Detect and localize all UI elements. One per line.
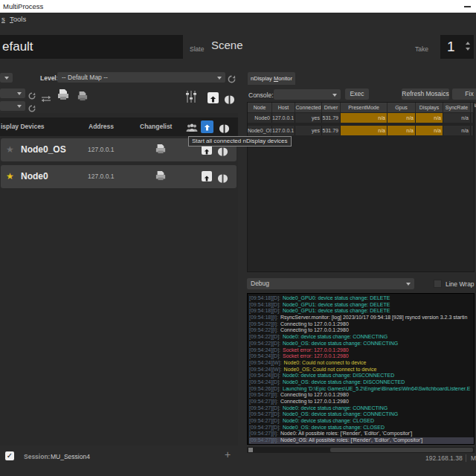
- chevron-down-icon: [217, 77, 222, 80]
- monitor-table-header: Node Host Connected Driver PresentMode G…: [248, 103, 474, 112]
- cell-partial: [471, 126, 474, 135]
- log-line[interactable]: [09:54:24][D]:Socket error: 127.0.0.1:29…: [249, 347, 474, 354]
- log-line[interactable]: [09:54:22][I]:Connecting to 127.0.0.1:29…: [249, 321, 474, 328]
- log-timestamp: [09:54:22][D]:: [249, 341, 280, 346]
- log-line[interactable]: [09:54:24][D]:Socket error: 127.0.0.1:29…: [249, 353, 474, 360]
- log-message: Launching 'D:\Epic Games\UE_5.2\Engine\B…: [283, 386, 470, 391]
- scrollbar-thumb[interactable]: [330, 448, 473, 452]
- log-line[interactable]: [09:54:18][D]:Node0_GPU0: device status …: [249, 295, 474, 302]
- console-dropdown[interactable]: [274, 89, 341, 100]
- log-line[interactable]: [09:54:27][I]:Node0: All possible roles:…: [249, 431, 474, 437]
- start-device-button[interactable]: [202, 171, 212, 181]
- log-line[interactable]: [09:54:27][D]:Node0: device status chang…: [249, 405, 474, 412]
- col-syncrate[interactable]: SyncRate: [443, 103, 471, 112]
- log-timestamp: [09:54:22][I]:: [249, 321, 278, 327]
- log-line[interactable]: [09:54:24][W]:Node0_OS: Could not connec…: [249, 367, 474, 373]
- log-timestamp: [09:54:24][W]:: [249, 367, 282, 372]
- refresh-mosaics-button[interactable]: Refresh Mosaics: [402, 89, 449, 100]
- changelist-build-icon[interactable]: [155, 144, 167, 157]
- log-line[interactable]: [09:54:18][D]:Node0_GPU1: device status …: [249, 308, 474, 315]
- log-line[interactable]: [09:54:26][D]:Launching 'D:\Epic Games\U…: [249, 386, 474, 393]
- sync-build-icon[interactable]: [57, 89, 70, 103]
- window-titlebar[interactable]: MultiProcess: [0, 0, 476, 13]
- address-column-header: Address: [89, 118, 114, 136]
- mu-server-dropdown[interactable]: [0, 89, 25, 98]
- config-dropdown-partial[interactable]: [0, 73, 13, 83]
- log-line[interactable]: [09:54:27][I]:Connecting to 127.0.0.1:29…: [249, 392, 474, 399]
- connect-all-ndisplay-icon[interactable]: [219, 123, 230, 136]
- log-line[interactable]: [09:54:27][I]:Connecting to 127.0.0.1:29…: [249, 399, 474, 405]
- log-line[interactable]: [09:54:27][D]:Node0: device status chang…: [249, 418, 474, 425]
- col-displays[interactable]: Displays: [416, 103, 443, 112]
- start-all-devices-button[interactable]: [208, 92, 219, 103]
- level-dropdown[interactable]: -- Default Map --: [57, 72, 225, 83]
- session-value: MU_Session4: [51, 453, 90, 460]
- refresh-icon[interactable]: [28, 89, 36, 103]
- log-line[interactable]: [09:54:27][D]:Node0_OS: device status ch…: [249, 425, 474, 431]
- build-icon[interactable]: [77, 91, 89, 104]
- col-host[interactable]: Host: [272, 103, 295, 112]
- log-line[interactable]: [09:54:24][D]:Node0_OS: device status ch…: [249, 379, 474, 386]
- take-stepper[interactable]: 1: [440, 35, 474, 59]
- log-line[interactable]: [09:54:27][I]:Node0_OS: All possible rol…: [249, 437, 474, 444]
- col-gpus[interactable]: Gpus: [387, 103, 416, 112]
- monitor-table-row[interactable]: Node0 127.0.0.1 yes 531.79 n/a n/a n/a n…: [248, 113, 474, 123]
- start-all-ndisplay-button[interactable]: [201, 120, 213, 133]
- log-line[interactable]: [09:54:22][D]:Node0: device status chang…: [249, 334, 474, 341]
- log-line[interactable]: [09:54:22][I]:Connecting to 127.0.0.1:29…: [249, 327, 474, 334]
- slate-input[interactable]: efault: [0, 35, 183, 59]
- session-checkbox[interactable]: ✓: [5, 451, 14, 460]
- device-list-header: isplay Devices Address Changelist: [0, 118, 238, 136]
- log-output[interactable]: [09:54:18][D]:Node0_GPU0: device status …: [247, 293, 475, 445]
- log-timestamp: [09:54:24][D]:: [249, 347, 280, 353]
- log-line[interactable]: [09:54:24][D]:Node0: device status chang…: [249, 373, 474, 379]
- add-session-icon[interactable]: +: [225, 448, 231, 460]
- changelist-build-icon[interactable]: [155, 170, 167, 184]
- log-line[interactable]: [09:54:18][D]:Node0_GPU1: device status …: [249, 302, 474, 309]
- log-level-dropdown[interactable]: Debug: [247, 278, 414, 289]
- log-horizontal-scrollbar[interactable]: [247, 447, 475, 453]
- scene-value: Scene: [211, 39, 243, 51]
- favorite-star-icon[interactable]: [6, 138, 14, 161]
- log-line[interactable]: [09:54:22][D]:Node0_OS: device status ch…: [249, 341, 474, 347]
- minimize-icon[interactable]: [464, 6, 471, 7]
- session-dropdown[interactable]: [0, 101, 25, 111]
- exec-button[interactable]: Exec: [345, 89, 369, 100]
- col-node[interactable]: Node: [248, 103, 272, 112]
- fix-exeflags-button[interactable]: Fix ExeFlags: [452, 89, 476, 100]
- sync-exchange-icon[interactable]: [41, 92, 51, 106]
- col-connected[interactable]: Connected: [295, 103, 322, 112]
- connect-device-icon[interactable]: [217, 173, 228, 186]
- col-driver[interactable]: Driver: [322, 103, 341, 112]
- connect-all-devices-icon[interactable]: [224, 94, 235, 107]
- tab-ndisplay-monitor[interactable]: nDisplay Monitor: [248, 72, 295, 85]
- connect-device-icon[interactable]: [217, 146, 228, 159]
- cell-host: 127.0.0.1: [272, 113, 295, 123]
- log-message: Node0: device status change: CONNECTING: [283, 334, 387, 339]
- stepper-up-icon[interactable]: [466, 42, 470, 45]
- favorite-star-icon[interactable]: [6, 165, 14, 188]
- col-presentmode[interactable]: PresentMode: [341, 103, 387, 112]
- stepper-down-icon[interactable]: [466, 48, 470, 51]
- log-message: Node0: All possible roles: ['Render', 'E…: [280, 431, 412, 436]
- cell-host: 127.0.0.1: [272, 126, 295, 135]
- take-label: Take: [415, 45, 428, 53]
- session-label: Session:: [24, 453, 50, 460]
- menu-item-partial[interactable]: s: [1, 13, 5, 26]
- refresh-levels-icon[interactable]: [228, 73, 236, 86]
- menu-tools[interactable]: Tools: [10, 13, 26, 26]
- log-message: Node0: device status change: CONNECTING: [283, 405, 387, 411]
- line-wrap-checkbox[interactable]: [434, 280, 442, 288]
- monitor-table-row[interactable]: Node0_OS 127.0.0.1 yes 531.79 n/a n/a n/…: [248, 126, 474, 135]
- log-line[interactable]: [09:54:18][I]:RsyncServer.monitor: [log]…: [249, 315, 474, 321]
- scrollbar-button[interactable]: [248, 448, 253, 452]
- log-line[interactable]: [09:54:27][D]:Node0_OS: device status ch…: [249, 411, 474, 418]
- multiuser-icon[interactable]: [186, 122, 198, 135]
- settings-sliders-icon[interactable]: [185, 90, 197, 106]
- log-line[interactable]: [09:54:24][W]:Node0: Could not connect t…: [249, 360, 474, 367]
- chevron-down-icon: [406, 283, 411, 286]
- device-row[interactable]: Node0 127.0.0.1: [1, 165, 237, 188]
- cell-node: Node0: [248, 113, 272, 123]
- log-timestamp: [09:54:27][I]:: [249, 399, 278, 404]
- log-timestamp: [09:54:24][D]:: [249, 353, 280, 358]
